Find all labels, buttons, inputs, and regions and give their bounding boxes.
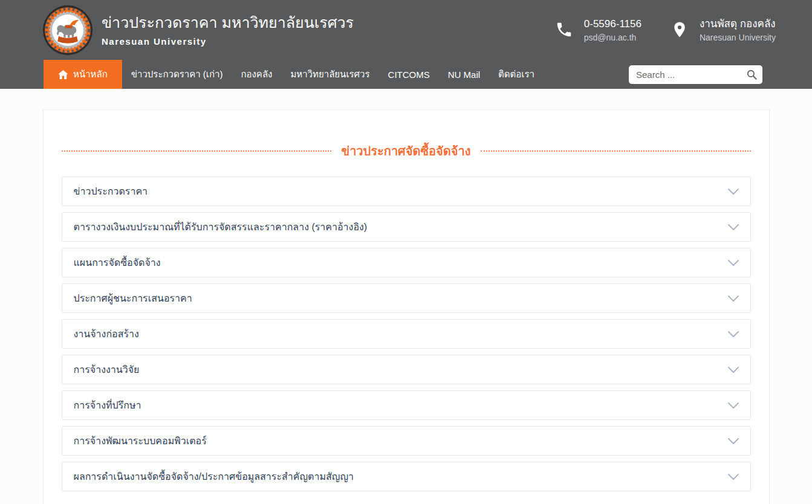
chevron-down-icon <box>728 295 739 302</box>
phone-contact-text: 0-5596-1156 psd@nu.ac.th <box>584 18 641 42</box>
search-button[interactable] <box>743 67 760 82</box>
accordion-item-computer-system-development[interactable]: การจ้างพัฒนาระบบคอมพิวเตอร์ <box>62 426 751 456</box>
contact-email: psd@nu.ac.th <box>584 33 641 42</box>
accordion-item-label: ตารางวงเงินงบประมาณที่ได้รับการจัดสรรและ… <box>74 219 368 234</box>
accordion-item-bidding-news[interactable]: ข่าวประกวดราคา <box>62 176 751 206</box>
nav-item-contact-us[interactable]: ติดต่อเรา <box>489 60 544 89</box>
nav-item-label: กองคลัง <box>241 67 272 82</box>
accordion-item-construction-work[interactable]: งานจ้างก่อสร้าง <box>62 319 751 349</box>
university-name: Naresuan University <box>700 33 776 42</box>
phone-icon <box>554 18 574 42</box>
university-logo[interactable] <box>42 5 93 56</box>
chevron-down-icon <box>728 366 739 373</box>
accordion-item-label: การจ้างงานวิจัย <box>74 362 140 377</box>
chevron-down-icon <box>728 224 739 231</box>
nav-item-naresuan-university[interactable]: มหาวิทยาลัยนเรศวร <box>281 60 378 89</box>
nav-item-old-bidding-news[interactable]: ข่าวประกวดราคา (เก่า) <box>122 60 232 89</box>
elephant-seal-icon <box>42 5 93 56</box>
accordion-item-label: แผนการจัดซื้อจัดจ้าง <box>74 255 161 270</box>
chevron-down-icon <box>728 402 739 409</box>
location-contact-text: งานพัสดุ กองคลัง Naresuan University <box>700 18 776 42</box>
accordion-item-consultant-hiring[interactable]: การจ้างที่ปรึกษา <box>62 390 751 420</box>
chevron-down-icon <box>728 188 739 195</box>
nav-list: หน้าหลักข่าวประกวดราคา (เก่า)กองคลังมหาว… <box>44 60 544 89</box>
accordion-item-research-hiring[interactable]: การจ้างงานวิจัย <box>62 355 751 384</box>
nav-item-nu-mail[interactable]: NU Mail <box>439 60 489 89</box>
accordion-item-label: ข่าวประกวดราคา <box>74 184 148 199</box>
section-title-row: ข่าวประกาศจัดซื้อจัดจ้าง <box>62 141 751 161</box>
site-subtitle: Naresuan University <box>102 36 354 47</box>
location-pin-icon <box>669 18 690 42</box>
phone-contact-block: 0-5596-1156 psd@nu.ac.th <box>554 18 641 42</box>
chevron-down-icon <box>728 331 739 338</box>
accordion-item-budget-reference-price[interactable]: ตารางวงเงินงบประมาณที่ได้รับการจัดสรรและ… <box>62 212 751 242</box>
accordion-list: ข่าวประกวดราคาตารางวงเงินงบประมาณที่ได้ร… <box>62 176 751 497</box>
accordion-item-label: ผลการดำเนินงานจัดซื้อจัดจ้าง/ประกาศข้อมู… <box>74 469 354 484</box>
phone-number: 0-5596-1156 <box>584 18 641 31</box>
accordion-item-label: การจ้างพัฒนาระบบคอมพิวเตอร์ <box>74 433 207 448</box>
nav-item-label: CITCOMS <box>388 69 430 80</box>
accordion-item-winner-announcement[interactable]: ประกาศผู้ชนะการเสนอราคา <box>62 283 751 313</box>
chevron-down-icon <box>728 259 739 267</box>
top-header: ข่าวประกวดราคา มหาวิทยาลัยนเรศวร Naresua… <box>0 0 812 60</box>
header-contact-group: 0-5596-1156 psd@nu.ac.th งานพัสดุ กองคลั… <box>554 18 776 42</box>
search-box <box>629 65 762 84</box>
nav-item-label: ติดต่อเรา <box>498 67 534 82</box>
chevron-down-icon <box>728 438 739 445</box>
accordion-item-label: งานจ้างก่อสร้าง <box>74 326 139 341</box>
accordion-item-label: ประกาศผู้ชนะการเสนอราคา <box>74 291 192 306</box>
nav-item-home[interactable]: หน้าหลัก <box>44 60 122 89</box>
nav-item-finance-division[interactable]: กองคลัง <box>232 60 281 89</box>
nav-item-label: มหาวิทยาลัยนเรศวร <box>290 67 369 82</box>
accordion-item-label: การจ้างที่ปรึกษา <box>74 398 141 413</box>
content-card: ข่าวประกาศจัดซื้อจัดจ้าง ข่าวประกวดราคาต… <box>43 109 770 504</box>
nav-item-label: NU Mail <box>448 69 480 80</box>
dotted-divider-right <box>481 150 751 152</box>
nav-item-label: หน้าหลัก <box>73 67 108 82</box>
brand-text: ข่าวประกวดราคา มหาวิทยาลัยนเรศวร Naresua… <box>102 13 354 46</box>
chevron-down-icon <box>728 473 739 480</box>
location-contact-block: งานพัสดุ กองคลัง Naresuan University <box>669 18 776 42</box>
search-icon <box>746 69 758 80</box>
search-input[interactable] <box>629 65 762 84</box>
accordion-item-procurement-results-contract-info[interactable]: ผลการดำเนินงานจัดซื้อจัดจ้าง/ประกาศข้อมู… <box>62 462 751 491</box>
main-navbar: หน้าหลักข่าวประกวดราคา (เก่า)กองคลังมหาว… <box>0 60 812 89</box>
site-title: ข่าวประกวดราคา มหาวิทยาลัยนเรศวร <box>102 13 354 32</box>
dotted-divider-left <box>62 150 332 152</box>
nav-item-label: ข่าวประกวดราคา (เก่า) <box>131 67 223 82</box>
department-name: งานพัสดุ กองคลัง <box>700 18 776 31</box>
home-icon <box>58 70 68 79</box>
main-content: ข่าวประกาศจัดซื้อจัดจ้าง ข่าวประกวดราคาต… <box>0 109 812 504</box>
section-title: ข่าวประกาศจัดซื้อจัดจ้าง <box>331 141 480 161</box>
nav-item-citcoms[interactable]: CITCOMS <box>379 60 439 89</box>
accordion-item-procurement-plan[interactable]: แผนการจัดซื้อจัดจ้าง <box>62 248 751 277</box>
